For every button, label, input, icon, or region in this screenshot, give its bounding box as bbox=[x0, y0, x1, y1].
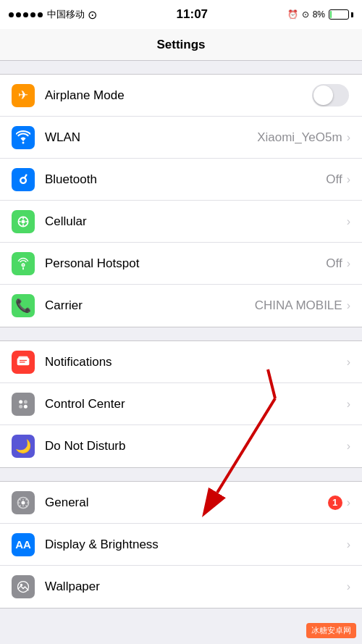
control-center-chevron: › bbox=[347, 398, 350, 411]
control-center-label: Control Center bbox=[45, 397, 347, 411]
notifications-icon bbox=[12, 351, 35, 374]
signal-dot-5 bbox=[38, 12, 43, 17]
svg-point-12 bbox=[19, 404, 22, 408]
wlan-row[interactable]: WLAN Xiaomi_YeO5m › bbox=[0, 117, 362, 159]
dnd-icon: 🌙 bbox=[12, 435, 35, 458]
control-center-icon bbox=[12, 393, 35, 416]
wlan-chevron: › bbox=[347, 131, 350, 144]
nav-bar: Settings bbox=[0, 29, 362, 61]
status-right: ⏰ ⊙ 8% bbox=[287, 9, 353, 20]
wifi-icon-svg bbox=[16, 130, 30, 145]
do-not-disturb-row[interactable]: 🌙 Do Not Disturb › bbox=[0, 425, 362, 467]
display-icon: AA bbox=[12, 533, 35, 556]
cellular-icon bbox=[12, 210, 35, 233]
personal-hotspot-chevron: › bbox=[347, 257, 350, 270]
dnd-chevron: › bbox=[347, 440, 350, 453]
wallpaper-chevron: › bbox=[347, 580, 350, 593]
status-time: 11:07 bbox=[177, 7, 208, 22]
cellular-label: Cellular bbox=[45, 214, 347, 229]
display-brightness-row[interactable]: AA Display & Brightness › bbox=[0, 524, 362, 566]
cellular-chevron: › bbox=[347, 215, 350, 228]
battery-fill bbox=[330, 11, 332, 18]
carrier-value: CHINA MOBILE bbox=[255, 298, 342, 313]
wallpaper-row[interactable]: Wallpaper › bbox=[0, 566, 362, 608]
airplane-mode-toggle[interactable] bbox=[312, 84, 349, 106]
personal-hotspot-value: Off bbox=[326, 256, 342, 271]
battery-percent: 8% bbox=[313, 9, 325, 20]
system-group: Notifications › Control Center › 🌙 Do No… bbox=[0, 340, 362, 468]
svg-point-1 bbox=[22, 219, 25, 223]
signal-dot-1 bbox=[9, 12, 14, 17]
hotspot-icon bbox=[12, 252, 35, 275]
bluetooth-label: Bluetooth bbox=[45, 172, 326, 187]
svg-point-14 bbox=[22, 501, 25, 504]
svg-point-11 bbox=[24, 400, 28, 403]
battery-indicator bbox=[329, 9, 353, 20]
dnd-label: Do Not Disturb bbox=[45, 439, 347, 453]
carrier-label: Carrier bbox=[45, 298, 255, 313]
notifications-row[interactable]: Notifications › bbox=[0, 341, 362, 383]
svg-rect-7 bbox=[17, 358, 30, 365]
airplane-mode-row[interactable]: ✈ Airplane Mode bbox=[0, 75, 362, 117]
carrier-chevron: › bbox=[347, 299, 350, 312]
signal-dot-2 bbox=[16, 12, 21, 17]
cellular-row[interactable]: Cellular › bbox=[0, 201, 362, 243]
alarm-icon: ⏰ bbox=[287, 9, 298, 20]
wallpaper-icon bbox=[12, 575, 35, 598]
control-center-row[interactable]: Control Center › bbox=[0, 383, 362, 425]
general-icon bbox=[12, 491, 35, 514]
bluetooth-chevron: › bbox=[347, 173, 350, 186]
carrier-label: 中国移动 bbox=[47, 8, 85, 21]
notifications-label: Notifications bbox=[45, 355, 347, 369]
airplane-mode-icon: ✈ bbox=[12, 84, 35, 107]
clock-icon: ⊙ bbox=[302, 9, 309, 20]
signal-dots bbox=[9, 12, 43, 17]
general-row[interactable]: General 1 › bbox=[0, 482, 362, 524]
general-label: General bbox=[45, 495, 328, 510]
page-title: Settings bbox=[156, 38, 205, 52]
carrier-row[interactable]: 📞 Carrier CHINA MOBILE › bbox=[0, 285, 362, 327]
section-gap-2 bbox=[0, 327, 362, 340]
battery-outline bbox=[329, 9, 349, 20]
bluetooth-row[interactable]: ☌ Bluetooth Off › bbox=[0, 159, 362, 201]
status-bar: 中国移动 ⊙ 11:07 ⏰ ⊙ 8% bbox=[0, 0, 362, 29]
wallpaper-label: Wallpaper bbox=[45, 580, 347, 594]
display-brightness-chevron: › bbox=[347, 538, 350, 551]
airplane-mode-label: Airplane Mode bbox=[45, 88, 312, 103]
toggle-thumb bbox=[313, 85, 333, 105]
preferences-group: General 1 › AA Display & Brightness › Wa… bbox=[0, 481, 362, 609]
svg-point-13 bbox=[24, 404, 28, 408]
general-chevron: › bbox=[347, 496, 350, 509]
signal-dot-4 bbox=[30, 12, 35, 17]
notifications-chevron: › bbox=[347, 356, 350, 369]
wlan-icon bbox=[12, 126, 35, 149]
svg-point-15 bbox=[18, 582, 29, 593]
bluetooth-icon: ☌ bbox=[12, 168, 35, 191]
section-gap-1 bbox=[0, 61, 362, 74]
wlan-value: Xiaomi_YeO5m bbox=[257, 130, 342, 145]
svg-point-10 bbox=[19, 400, 22, 403]
bluetooth-value: Off bbox=[326, 172, 342, 187]
wlan-label: WLAN bbox=[45, 130, 257, 145]
watermark: 冰糖安卓网 bbox=[306, 623, 356, 638]
signal-dot-3 bbox=[23, 12, 28, 17]
section-gap-3 bbox=[0, 468, 362, 481]
wifi-status-icon: ⊙ bbox=[88, 8, 97, 22]
general-badge: 1 bbox=[328, 495, 342, 510]
battery-tip bbox=[351, 12, 353, 17]
display-brightness-label: Display & Brightness bbox=[45, 538, 347, 552]
personal-hotspot-label: Personal Hotspot bbox=[45, 256, 326, 271]
personal-hotspot-row[interactable]: Personal Hotspot Off › bbox=[0, 243, 362, 285]
carrier-icon: 📞 bbox=[12, 294, 35, 317]
connectivity-group: ✈ Airplane Mode WLAN Xiaomi_YeO5m › ☌ Bl… bbox=[0, 74, 362, 327]
status-left: 中国移动 ⊙ bbox=[9, 8, 97, 22]
